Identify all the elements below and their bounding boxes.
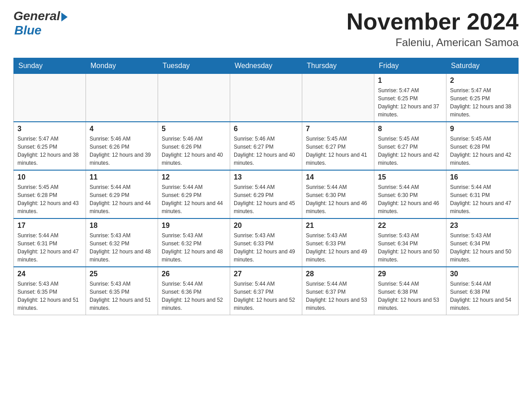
day-info: Sunrise: 5:43 AMSunset: 6:34 PMDaylight:… — [450, 231, 515, 264]
day-info: Sunrise: 5:43 AMSunset: 6:34 PMDaylight:… — [378, 231, 442, 264]
day-info: Sunrise: 5:43 AMSunset: 6:35 PMDaylight:… — [90, 280, 154, 312]
calendar-cell-w3-d3: 12Sunrise: 5:44 AMSunset: 6:29 PMDayligh… — [158, 170, 230, 218]
day-info: Sunrise: 5:44 AMSunset: 6:29 PMDaylight:… — [90, 183, 154, 215]
day-info: Sunrise: 5:43 AMSunset: 6:35 PMDaylight:… — [17, 280, 82, 312]
day-info: Sunrise: 5:45 AMSunset: 6:28 PMDaylight:… — [17, 183, 82, 215]
day-info: Sunrise: 5:44 AMSunset: 6:37 PMDaylight:… — [234, 280, 298, 312]
day-number: 22 — [378, 222, 442, 230]
day-info: Sunrise: 5:47 AMSunset: 6:25 PMDaylight:… — [450, 86, 515, 119]
header-monday: Monday — [86, 58, 158, 74]
day-info: Sunrise: 5:44 AMSunset: 6:31 PMDaylight:… — [17, 231, 82, 264]
calendar-cell-w1-d3 — [158, 74, 230, 122]
logo-blue-text: Blue — [14, 23, 68, 38]
day-number: 20 — [234, 222, 298, 230]
calendar-cell-w4-d4: 20Sunrise: 5:43 AMSunset: 6:33 PMDayligh… — [230, 218, 302, 267]
calendar-cell-w3-d1: 10Sunrise: 5:45 AMSunset: 6:28 PMDayligh… — [14, 170, 86, 218]
calendar-cell-w1-d1 — [14, 74, 86, 122]
day-info: Sunrise: 5:44 AMSunset: 6:38 PMDaylight:… — [378, 280, 442, 312]
header-sunday: Sunday — [14, 58, 86, 74]
day-info: Sunrise: 5:43 AMSunset: 6:32 PMDaylight:… — [162, 231, 226, 264]
calendar-cell-w5-d2: 25Sunrise: 5:43 AMSunset: 6:35 PMDayligh… — [86, 267, 158, 315]
week-row-4: 17Sunrise: 5:44 AMSunset: 6:31 PMDayligh… — [14, 218, 519, 267]
day-number: 29 — [378, 270, 442, 278]
day-info: Sunrise: 5:46 AMSunset: 6:26 PMDaylight:… — [162, 135, 226, 167]
day-number: 7 — [306, 125, 370, 133]
day-info: Sunrise: 5:46 AMSunset: 6:26 PMDaylight:… — [90, 135, 154, 167]
day-number: 30 — [450, 270, 515, 278]
day-info: Sunrise: 5:44 AMSunset: 6:29 PMDaylight:… — [234, 183, 298, 215]
day-number: 14 — [306, 173, 370, 181]
day-number: 27 — [234, 270, 298, 278]
day-info: Sunrise: 5:47 AMSunset: 6:25 PMDaylight:… — [17, 135, 82, 167]
calendar-cell-w3-d5: 14Sunrise: 5:44 AMSunset: 6:30 PMDayligh… — [302, 170, 374, 218]
calendar-cell-w5-d7: 30Sunrise: 5:44 AMSunset: 6:38 PMDayligh… — [446, 267, 519, 315]
day-number: 23 — [450, 222, 515, 230]
day-info: Sunrise: 5:44 AMSunset: 6:36 PMDaylight:… — [162, 280, 226, 312]
calendar-cell-w2-d2: 4Sunrise: 5:46 AMSunset: 6:26 PMDaylight… — [86, 122, 158, 170]
header-thursday: Thursday — [302, 58, 374, 74]
day-number: 13 — [234, 173, 298, 181]
day-info: Sunrise: 5:44 AMSunset: 6:31 PMDaylight:… — [450, 183, 515, 215]
day-number: 5 — [162, 125, 226, 133]
logo-general-text: General — [13, 9, 60, 23]
header-saturday: Saturday — [446, 58, 519, 74]
header-tuesday: Tuesday — [158, 58, 230, 74]
day-number: 25 — [90, 270, 154, 278]
day-number: 8 — [378, 125, 442, 133]
logo: General Blue — [13, 9, 68, 38]
day-number: 2 — [450, 77, 515, 85]
day-info: Sunrise: 5:45 AMSunset: 6:27 PMDaylight:… — [306, 135, 370, 167]
day-number: 4 — [90, 125, 154, 133]
calendar-cell-w2-d4: 6Sunrise: 5:46 AMSunset: 6:27 PMDaylight… — [230, 122, 302, 170]
calendar-cell-w5-d5: 28Sunrise: 5:44 AMSunset: 6:37 PMDayligh… — [302, 267, 374, 315]
day-info: Sunrise: 5:46 AMSunset: 6:27 PMDaylight:… — [234, 135, 298, 167]
day-number: 19 — [162, 222, 226, 230]
calendar-cell-w2-d3: 5Sunrise: 5:46 AMSunset: 6:26 PMDaylight… — [158, 122, 230, 170]
day-info: Sunrise: 5:44 AMSunset: 6:37 PMDaylight:… — [306, 280, 370, 312]
calendar-cell-w5-d6: 29Sunrise: 5:44 AMSunset: 6:38 PMDayligh… — [374, 267, 446, 315]
calendar-cell-w4-d2: 18Sunrise: 5:43 AMSunset: 6:32 PMDayligh… — [86, 218, 158, 267]
calendar-cell-w1-d4 — [230, 74, 302, 122]
logo-top: General — [13, 9, 68, 23]
day-info: Sunrise: 5:44 AMSunset: 6:29 PMDaylight:… — [162, 183, 226, 215]
header-wednesday: Wednesday — [230, 58, 302, 74]
calendar-table: SundayMondayTuesdayWednesdayThursdayFrid… — [13, 58, 519, 315]
day-number: 11 — [90, 173, 154, 181]
calendar-cell-w5-d4: 27Sunrise: 5:44 AMSunset: 6:37 PMDayligh… — [230, 267, 302, 315]
day-number: 28 — [306, 270, 370, 278]
calendar-cell-w4-d3: 19Sunrise: 5:43 AMSunset: 6:32 PMDayligh… — [158, 218, 230, 267]
calendar-cell-w2-d6: 8Sunrise: 5:45 AMSunset: 6:27 PMDaylight… — [374, 122, 446, 170]
day-number: 18 — [90, 222, 154, 230]
week-row-1: 1Sunrise: 5:47 AMSunset: 6:25 PMDaylight… — [14, 74, 519, 122]
header-friday: Friday — [374, 58, 446, 74]
day-info: Sunrise: 5:43 AMSunset: 6:33 PMDaylight:… — [234, 231, 298, 264]
day-number: 3 — [17, 125, 82, 133]
page-header: General Blue November 2024 Faleniu, Amer… — [13, 9, 519, 49]
calendar-cell-w1-d5 — [302, 74, 374, 122]
weekday-header-row: SundayMondayTuesdayWednesdayThursdayFrid… — [14, 58, 519, 74]
calendar-cell-w4-d1: 17Sunrise: 5:44 AMSunset: 6:31 PMDayligh… — [14, 218, 86, 267]
day-info: Sunrise: 5:45 AMSunset: 6:28 PMDaylight:… — [450, 135, 515, 167]
calendar-cell-w3-d2: 11Sunrise: 5:44 AMSunset: 6:29 PMDayligh… — [86, 170, 158, 218]
calendar-cell-w5-d3: 26Sunrise: 5:44 AMSunset: 6:36 PMDayligh… — [158, 267, 230, 315]
week-row-3: 10Sunrise: 5:45 AMSunset: 6:28 PMDayligh… — [14, 170, 519, 218]
day-info: Sunrise: 5:47 AMSunset: 6:25 PMDaylight:… — [378, 86, 442, 119]
calendar-cell-w4-d6: 22Sunrise: 5:43 AMSunset: 6:34 PMDayligh… — [374, 218, 446, 267]
calendar-cell-w4-d5: 21Sunrise: 5:43 AMSunset: 6:33 PMDayligh… — [302, 218, 374, 267]
day-info: Sunrise: 5:44 AMSunset: 6:30 PMDaylight:… — [306, 183, 370, 215]
calendar-cell-w3-d6: 15Sunrise: 5:44 AMSunset: 6:30 PMDayligh… — [374, 170, 446, 218]
calendar-cell-w4-d7: 23Sunrise: 5:43 AMSunset: 6:34 PMDayligh… — [446, 218, 519, 267]
day-number: 24 — [17, 270, 82, 278]
logo-arrow-icon — [61, 13, 68, 21]
calendar-cell-w2-d1: 3Sunrise: 5:47 AMSunset: 6:25 PMDaylight… — [14, 122, 86, 170]
day-number: 17 — [17, 222, 82, 230]
month-year-title: November 2024 — [347, 9, 519, 34]
day-info: Sunrise: 5:43 AMSunset: 6:33 PMDaylight:… — [306, 231, 370, 264]
location-subtitle: Faleniu, American Samoa — [347, 36, 519, 49]
title-section: November 2024 Faleniu, American Samoa — [347, 9, 519, 49]
day-number: 15 — [378, 173, 442, 181]
calendar-cell-w3-d7: 16Sunrise: 5:44 AMSunset: 6:31 PMDayligh… — [446, 170, 519, 218]
day-number: 10 — [17, 173, 82, 181]
day-number: 6 — [234, 125, 298, 133]
day-number: 9 — [450, 125, 515, 133]
